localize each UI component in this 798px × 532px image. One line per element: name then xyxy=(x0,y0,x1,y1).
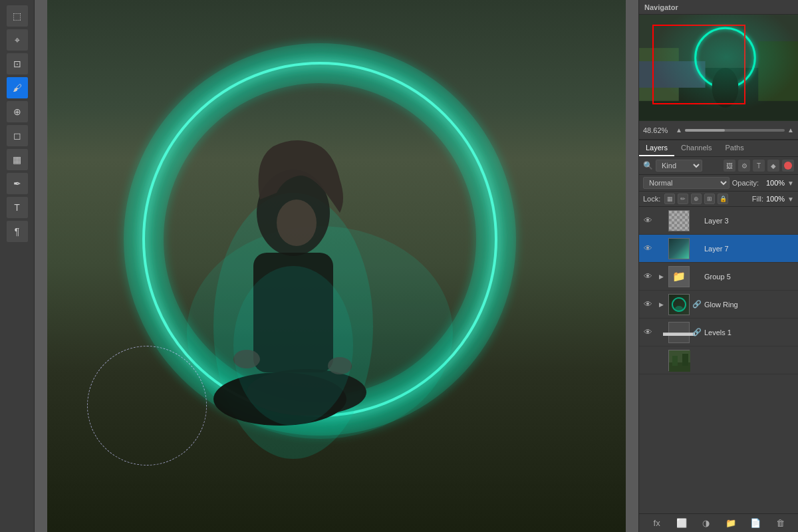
svg-point-12 xyxy=(233,266,353,426)
layer3-thumbnail xyxy=(668,210,690,231)
group5-expand[interactable]: ▶ xyxy=(656,272,666,281)
layer-item-layer7[interactable]: 👁 Layer 7 xyxy=(639,235,798,263)
layer-adjustment-btn[interactable]: ◑ xyxy=(700,517,713,530)
lock-label: Lock: xyxy=(643,195,660,203)
search-icon: 🔍 xyxy=(643,161,653,170)
zoom-slider[interactable] xyxy=(685,129,785,132)
svg-rect-25 xyxy=(682,354,688,366)
filter-shape-icon[interactable]: ◆ xyxy=(767,160,779,172)
layers-footer: fx ⬜ ◑ 📁 📄 🗑 xyxy=(639,513,798,532)
layer-item-background[interactable]: 👁 xyxy=(639,346,798,374)
opacity-label: Opacity: xyxy=(732,179,759,187)
background-visibility[interactable]: 👁 xyxy=(642,354,654,366)
svg-point-21 xyxy=(675,306,683,311)
tab-layers[interactable]: Layers xyxy=(639,140,674,156)
eraser-tool-btn[interactable]: ◻ xyxy=(7,125,28,146)
lock-position-icon[interactable]: ⊕ xyxy=(691,194,702,204)
svg-point-18 xyxy=(696,28,755,88)
main-canvas xyxy=(47,0,626,532)
layer-group-btn[interactable]: 📁 xyxy=(724,517,737,530)
glowring-visibility[interactable]: 👁 xyxy=(642,299,654,311)
layer7-thumbnail xyxy=(668,238,690,259)
kind-select[interactable]: Kind xyxy=(656,160,702,172)
gradient-tool-btn[interactable]: ▦ xyxy=(7,149,28,170)
layer-mask-btn[interactable]: ⬜ xyxy=(675,517,688,530)
opacity-row: Opacity: 100% ▼ xyxy=(732,179,794,187)
svg-point-19 xyxy=(712,68,739,108)
zoom-out-btn[interactable]: ▲ xyxy=(676,126,682,134)
canvas-wrapper xyxy=(35,0,638,532)
glowring-label: Glow Ring xyxy=(704,301,795,309)
opacity-arrow[interactable]: ▼ xyxy=(787,180,794,187)
fill-value[interactable]: 100% xyxy=(766,195,785,203)
zoom-bar: 48.62% ▲ ▲ xyxy=(639,121,798,140)
layer7-expand xyxy=(656,244,666,253)
marquee-tool-btn[interactable]: ⬚ xyxy=(7,5,28,27)
tab-channels[interactable]: Channels xyxy=(674,140,718,156)
zoom-in-btn[interactable]: ▲ xyxy=(787,126,794,134)
lock-transparent-icon[interactable]: ▦ xyxy=(664,194,675,204)
layers-panel: Layers Channels Paths 🔍 Kind 🖼 ⚙ T ◆ xyxy=(639,140,798,532)
layer-item-glowring[interactable]: 👁 ▶ 🔗 Glow Ring xyxy=(639,291,798,319)
tab-paths[interactable]: Paths xyxy=(719,140,751,156)
pen-tool-btn[interactable]: ✒ xyxy=(7,173,28,194)
navigator-title: Navigator xyxy=(644,3,678,11)
layer-fx-btn[interactable]: fx xyxy=(650,517,664,530)
zoom-label: 48.62% xyxy=(643,126,673,134)
levels1-label: Levels 1 xyxy=(704,329,795,336)
canvas-area xyxy=(35,0,638,532)
layer3-label: Layer 3 xyxy=(704,217,795,225)
layer-item-levels1[interactable]: 👁 ▬▬▬ 🔗 Levels 1 xyxy=(639,319,798,346)
crop-tool-btn[interactable]: ⊡ xyxy=(7,53,28,74)
lasso-tool-btn[interactable]: ⌖ xyxy=(7,29,28,51)
layer3-expand xyxy=(656,216,666,225)
layer-delete-btn[interactable]: 🗑 xyxy=(773,517,787,530)
layer7-visibility[interactable]: 👁 xyxy=(642,243,654,255)
layer-item-group5[interactable]: 👁 ▶ 📁 Group 5 xyxy=(639,263,798,291)
layer-item-layer3[interactable]: 👁 Layer 3 xyxy=(639,207,798,235)
layers-list: 👁 Layer 3 👁 Layer 7 👁 ▶ 📁 Group 5 xyxy=(639,207,798,513)
zoom-slider-track xyxy=(685,129,725,132)
nav-preview-image xyxy=(639,15,798,121)
layer-new-btn[interactable]: 📄 xyxy=(749,517,762,530)
filter-adjustment-icon[interactable]: ⚙ xyxy=(738,160,750,172)
filter-image-icon[interactable]: 🖼 xyxy=(724,160,735,172)
levels1-visibility[interactable]: 👁 xyxy=(642,327,654,338)
layer3-visibility[interactable]: 👁 xyxy=(642,215,654,227)
filter-icons: 🖼 ⚙ T ◆ xyxy=(724,160,794,172)
lock-all-icon[interactable]: 🔒 xyxy=(718,194,728,204)
filter-smart-icon[interactable] xyxy=(782,160,794,172)
type-tool-btn[interactable]: T xyxy=(7,197,28,218)
toolbar: ⬚ ⌖ ⊡ 🖌 ⊕ ◻ ▦ ✒ T ¶ xyxy=(0,0,35,532)
lock-artboard-icon[interactable]: ⊞ xyxy=(704,194,715,204)
background-thumbnail xyxy=(668,350,690,371)
kind-filter-row: 🔍 Kind 🖼 ⚙ T ◆ xyxy=(639,157,798,175)
svg-point-5 xyxy=(277,200,317,246)
layer7-label: Layer 7 xyxy=(704,245,795,253)
svg-rect-24 xyxy=(672,356,678,366)
glowring-thumbnail xyxy=(668,294,690,315)
opacity-value[interactable]: 100% xyxy=(761,179,785,187)
fill-arrow[interactable]: ▼ xyxy=(787,196,794,203)
selection-circle xyxy=(87,346,207,466)
group5-thumbnail: 📁 xyxy=(668,266,690,287)
paragraph-tool-btn[interactable]: ¶ xyxy=(7,221,28,242)
group5-visibility[interactable]: 👁 xyxy=(642,271,654,283)
svg-rect-13 xyxy=(639,15,798,120)
glowring-link[interactable]: 🔗 xyxy=(692,300,702,309)
filter-type-icon[interactable]: T xyxy=(753,160,765,172)
lock-pixels-icon[interactable]: ✏ xyxy=(678,194,688,204)
navigator-viewport-rect xyxy=(652,25,745,104)
right-panel: Navigator xyxy=(638,0,798,532)
layers-tabs: Layers Channels Paths xyxy=(639,140,798,157)
levels1-link[interactable]: 🔗 xyxy=(692,328,702,336)
brush-tool-btn[interactable]: 🖌 xyxy=(7,77,28,98)
navigator-title-bar: Navigator xyxy=(639,0,798,15)
blend-mode-select[interactable]: Normal xyxy=(643,177,730,189)
lock-icons: ▦ ✏ ⊕ ⊞ 🔒 xyxy=(664,194,728,204)
clone-tool-btn[interactable]: ⊕ xyxy=(7,101,28,122)
navigator-panel: Navigator xyxy=(639,0,798,140)
glowring-expand[interactable]: ▶ xyxy=(656,300,666,309)
fill-row: Fill: 100% ▼ xyxy=(752,195,794,203)
svg-rect-17 xyxy=(639,61,706,88)
